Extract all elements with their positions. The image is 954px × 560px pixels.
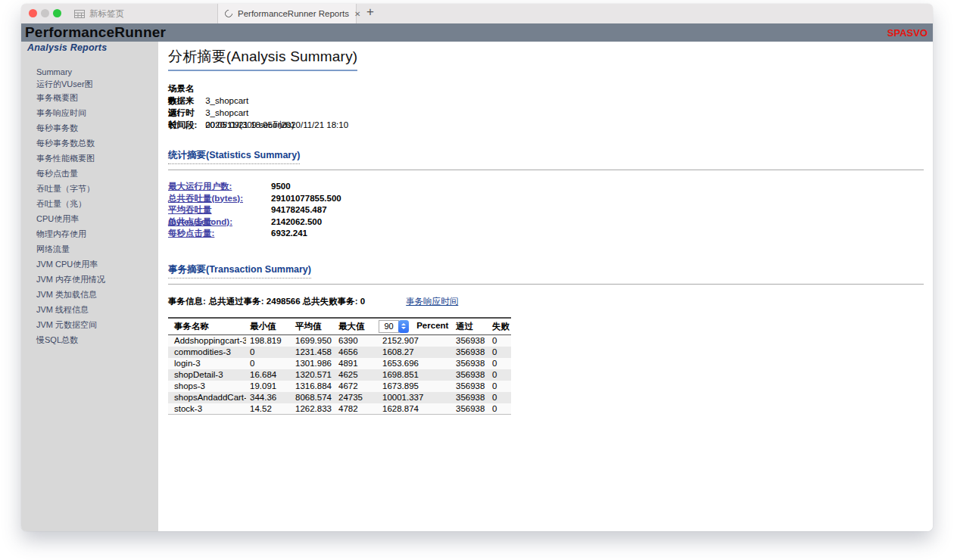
cell-percent: 2152.907	[375, 335, 452, 347]
cell-min: 14.52	[246, 403, 292, 415]
cell-max: 4625	[335, 369, 375, 381]
grid-icon	[74, 10, 85, 18]
percent-label: Percent	[416, 321, 448, 330]
zoom-window-button[interactable]	[53, 9, 61, 17]
transaction-response-time-link[interactable]: 事务响应时间	[406, 296, 458, 307]
cell-name: stock-3	[168, 403, 246, 415]
col-transaction-name: 事务名称	[168, 318, 246, 335]
cell-avg: 1301.986	[292, 358, 335, 369]
transaction-info-label: 事务信息:	[168, 296, 206, 307]
sidebar-item-hits-per-second[interactable]: 每秒点击量	[36, 166, 158, 181]
meta-label: 时间段:	[168, 119, 203, 131]
transaction-table: 事务名称 最小值 平均值 最大值 90	[168, 317, 511, 415]
sidebar-item-jvm-classload[interactable]: JVM 类加载信息	[36, 287, 158, 302]
cell-name: shopDetail-3	[168, 369, 246, 381]
cell-name: commodities-3	[168, 347, 246, 358]
new-tab-button[interactable]: +	[366, 5, 374, 20]
loading-spinner-icon	[223, 8, 234, 19]
stat-value: 94178245.487	[271, 204, 327, 216]
minimize-window-button[interactable]	[41, 9, 49, 17]
cell-fail: 0	[488, 403, 511, 415]
chevron-up-icon	[401, 323, 406, 325]
stat-label-link[interactable]: 最大运行用户数:	[168, 181, 271, 193]
sidebar-item-tps[interactable]: 每秒事务数	[36, 120, 158, 135]
transaction-summary-link[interactable]: 事务摘要(Transaction Summary)	[168, 263, 311, 278]
report-sidebar: Analysis Reports Summary 运行的VUser图 事务概要图…	[21, 42, 158, 531]
window-controls	[29, 9, 61, 17]
sidebar-item-transaction-overview[interactable]: 事务概要图	[36, 90, 158, 105]
cell-percent: 1653.696	[375, 358, 452, 369]
cell-fail: 0	[488, 392, 511, 403]
section-divider	[168, 170, 924, 170]
col-max: 最大值	[335, 318, 375, 335]
stat-value: 2142062.500	[271, 216, 322, 229]
close-window-button[interactable]	[29, 9, 37, 17]
cell-pass: 356938	[452, 381, 488, 392]
cell-fail: 0	[488, 358, 511, 369]
transaction-info-value: 总共通过事务: 2498566 总共失败事务: 0	[209, 296, 365, 307]
sidebar-logo: Analysis Reports	[21, 42, 158, 53]
stat-label-link[interactable]: 总共吞吐量(bytes):	[168, 193, 271, 205]
tab-performancerunner-reports[interactable]: PerformanceRunner Reports ✕	[217, 4, 357, 23]
table-row: shops-3 19.091 1316.884 4672 1673.895 35…	[168, 381, 511, 392]
cell-name: shopsAndaddCart-3	[168, 392, 246, 403]
close-tab-icon[interactable]: ✕	[354, 10, 360, 18]
cell-pass: 356938	[452, 392, 488, 403]
sidebar-item-jvm-threads[interactable]: JVM 线程信息	[36, 302, 158, 317]
sidebar-item-throughput-mb[interactable]: 吞吐量（兆）	[36, 196, 158, 211]
stepper-icon[interactable]	[398, 320, 409, 333]
sidebar-item-transaction-performance[interactable]: 事务性能概要图	[36, 151, 158, 166]
percentile-selector[interactable]: 90	[379, 320, 409, 333]
stat-hits-per-second: 每秒点击量: 6932.241	[168, 228, 924, 240]
sidebar-item-summary[interactable]: Summary	[36, 66, 158, 78]
stat-max-running-users: 最大运行用户数: 9500	[168, 181, 924, 193]
col-avg: 平均值	[292, 318, 335, 335]
statistics-summary-link[interactable]: 统计摘要(Statistics Summary)	[168, 149, 300, 164]
sidebar-item-slow-sql[interactable]: 慢SQL总数	[36, 332, 158, 347]
cell-min: 0	[246, 358, 292, 369]
cell-pass: 356938	[452, 347, 488, 358]
sidebar-item-jvm-memory[interactable]: JVM 内存使用情况	[36, 272, 158, 287]
table-row: stock-3 14.52 1262.833 4782 1628.874 356…	[168, 403, 511, 415]
table-row: shopDetail-3 16.684 1320.571 4625 1698.8…	[168, 369, 511, 381]
sidebar-item-cpu-usage[interactable]: CPU使用率	[36, 211, 158, 226]
stat-label-link[interactable]: 总共点击量:	[168, 216, 271, 229]
cell-max: 6390	[335, 335, 375, 347]
app-header-bar: PerformanceRunner SPASVO	[21, 23, 933, 42]
percentile-value[interactable]: 90	[379, 320, 399, 333]
cell-avg: 1262.833	[292, 403, 335, 415]
browser-tab-bar: 新标签页 PerformanceRunner Reports ✕ +	[21, 4, 933, 23]
sidebar-item-physical-memory[interactable]: 物理内存使用	[36, 226, 158, 241]
cell-name: login-3	[168, 358, 246, 369]
cell-fail: 0	[488, 347, 511, 358]
sidebar-item-jvm-cpu[interactable]: JVM CPU使用率	[36, 257, 158, 272]
brand-logo: SPASVO	[887, 27, 928, 39]
sidebar-item-network-traffic[interactable]: 网络流量	[36, 241, 158, 257]
cell-pass: 356938	[452, 358, 488, 369]
stat-value: 6932.241	[271, 228, 307, 240]
transaction-table-header: 事务名称 最小值 平均值 最大值 90	[168, 318, 511, 335]
cell-max: 4672	[335, 381, 375, 392]
tab-new-tab-page[interactable]: 新标签页	[74, 4, 124, 23]
cell-avg: 1699.950	[292, 335, 335, 347]
cell-avg: 1231.458	[292, 347, 335, 358]
sidebar-item-jvm-metaspace[interactable]: JVM 元数据空间	[36, 317, 158, 332]
cell-avg: 1320.571	[292, 369, 335, 381]
stat-label-link[interactable]: 平均吞吐量(bytes/second):	[168, 204, 271, 216]
cell-fail: 0	[488, 369, 511, 381]
cell-min: 16.684	[246, 369, 292, 381]
sidebar-item-running-vuser[interactable]: 运行的VUser图	[36, 78, 158, 90]
sidebar-item-tps-total[interactable]: 每秒事务数总数	[36, 135, 158, 151]
sidebar-item-transaction-response-time[interactable]: 事务响应时间	[36, 105, 158, 120]
new-tab-label: 新标签页	[89, 8, 124, 20]
sidebar-nav: Summary 运行的VUser图 事务概要图 事务响应时间 每秒事务数 每秒事…	[21, 53, 158, 347]
meta-data-source: 数据来源: 3_shopcart	[168, 95, 924, 107]
meta-period: 时间段: 2020/11/21 18:05到2020/11/21 18:10	[168, 119, 924, 131]
chevron-down-icon	[401, 327, 406, 329]
section-divider	[168, 284, 924, 285]
cell-pass: 356938	[452, 369, 488, 381]
stat-label-link[interactable]: 每秒点击量:	[168, 228, 271, 240]
cell-name: shops-3	[168, 381, 246, 392]
sidebar-item-throughput-bytes[interactable]: 吞吐量（字节）	[36, 181, 158, 196]
tab-title: PerformanceRunner Reports	[238, 9, 349, 18]
